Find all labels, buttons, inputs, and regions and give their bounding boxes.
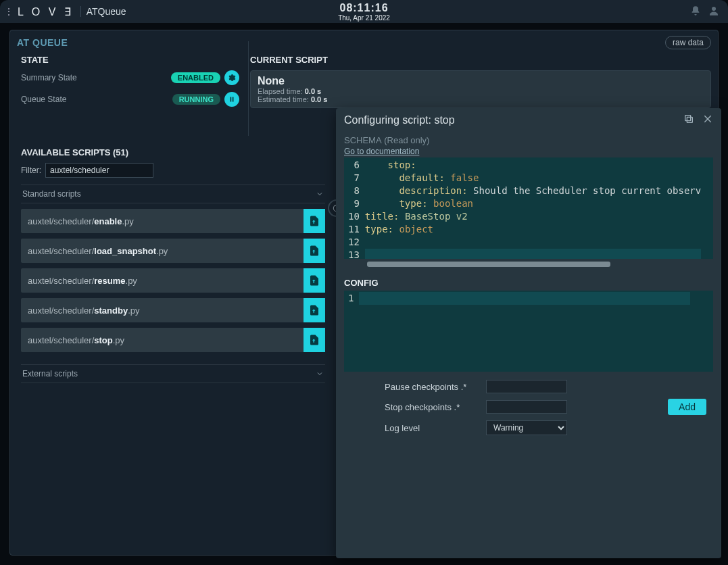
schema-scrollbar[interactable] (344, 260, 713, 268)
filter-label: Filter: (21, 166, 41, 175)
current-script-name: None (258, 75, 704, 87)
queue-state-badge: RUNNING (172, 94, 220, 105)
filter-input[interactable] (45, 163, 153, 178)
svg-rect-4 (685, 116, 691, 121)
state-title: STATE (21, 55, 239, 65)
page-title: AT QUEUE (17, 37, 68, 48)
log-level-select[interactable]: Warning (486, 420, 567, 435)
svg-rect-2 (233, 97, 234, 102)
svg-rect-3 (687, 117, 692, 122)
close-icon[interactable] (702, 114, 713, 127)
summary-state-label: Summary State (21, 73, 77, 82)
user-icon[interactable] (708, 5, 720, 19)
schema-title: SCHEMA (Read only) (344, 135, 429, 145)
config-title: CONFIG (344, 278, 713, 288)
current-script-box: None Elapsed time: 0.0 s Estimated time:… (250, 70, 711, 108)
config-dialog: Configuring script: stop SCHEMA (Read on… (336, 108, 721, 558)
add-button[interactable]: Add (668, 399, 706, 415)
clock-time: 08:11:16 (338, 2, 390, 14)
queue-state-label: Queue State (21, 95, 66, 104)
svg-rect-1 (230, 97, 232, 102)
settings-icon[interactable] (224, 70, 239, 85)
log-level-label: Log level (385, 423, 486, 433)
stop-checkpoints-input[interactable] (486, 400, 567, 414)
summary-state-badge: ENABLED (171, 72, 220, 83)
config-editor[interactable]: 1 (344, 291, 713, 372)
pause-icon[interactable] (224, 92, 239, 107)
app-name: ATQueue (80, 6, 126, 17)
brand-logo: L O V ∃ (18, 5, 74, 18)
available-scripts-title: AVAILABLE SCRIPTS (51) (21, 147, 239, 157)
menu-icon[interactable]: ⋮ (0, 6, 18, 17)
schema-editor: 678910111213 stop: default: false descri… (344, 157, 713, 259)
documentation-link[interactable]: Go to documentation (344, 147, 713, 156)
raw-data-button[interactable]: raw data (665, 36, 711, 49)
clock-date: Thu, Apr 21 2022 (338, 14, 390, 22)
current-script-title: CURRENT SCRIPT (250, 55, 711, 65)
svg-point-0 (712, 7, 716, 11)
dialog-title: Configuring script: stop (344, 114, 455, 126)
clock: 08:11:16 Thu, Apr 21 2022 (338, 2, 390, 22)
pause-checkpoints-label: Pause checkpoints .* (385, 382, 486, 392)
stop-checkpoints-label: Stop checkpoints .* (385, 402, 486, 412)
pause-checkpoints-input[interactable] (486, 380, 567, 393)
top-bar: ⋮ L O V ∃ ATQueue 08:11:16 Thu, Apr 21 2… (0, 0, 728, 23)
bell-icon[interactable] (690, 5, 701, 18)
duplicate-icon[interactable] (683, 114, 694, 127)
